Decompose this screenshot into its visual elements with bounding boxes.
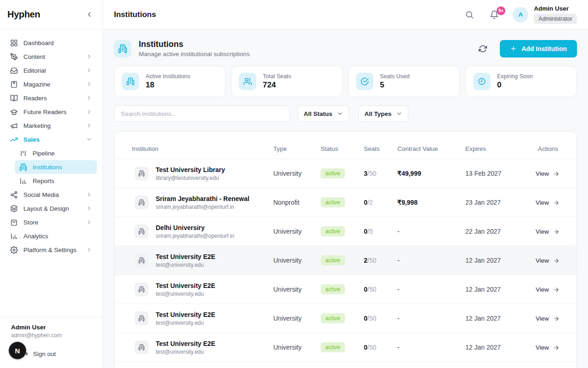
seats-total: /50 — [368, 344, 376, 351]
chevron-right-icon — [86, 95, 92, 101]
sidebar-item-readers[interactable]: Readers — [6, 91, 97, 105]
view-button[interactable]: View — [536, 257, 560, 264]
contract-value-cell: ₹9,998 — [397, 199, 465, 206]
building-icon — [135, 196, 148, 209]
column-header-institution: Institution — [124, 145, 273, 152]
table-row[interactable]: Sriram Jeyabharathi - Renewalsriram.jeya… — [114, 188, 577, 217]
sidebar-item-analytics[interactable]: Analytics — [6, 229, 97, 243]
seats-cell: 0/2 — [364, 199, 397, 206]
type-filter-dropdown[interactable]: All Types — [358, 105, 408, 122]
search-institutions-box[interactable] — [114, 105, 290, 122]
view-button[interactable]: View — [536, 286, 560, 293]
sidebar-item-institutions[interactable]: Institutions — [15, 160, 97, 174]
seats-total: /2 — [368, 199, 373, 206]
content-area: Institutions Manage active institutional… — [103, 29, 588, 368]
type-cell: University — [273, 286, 321, 293]
expires-cell: 12 Jan 2027 — [465, 344, 536, 351]
sidebar-item-label: Pipeline — [33, 150, 55, 157]
arrow-right-icon — [553, 171, 560, 177]
view-button[interactable]: View — [536, 344, 560, 351]
sidebar-item-platform-settings[interactable]: Platform & Settings — [6, 243, 97, 257]
sidebar-item-magazine[interactable]: Magazine — [6, 77, 97, 91]
chevron-down-icon — [86, 136, 92, 143]
institution-cell: Test University E2Etest@university.edu — [124, 282, 273, 297]
status-badge: active — [321, 226, 345, 236]
status-cell: active — [321, 226, 364, 236]
avatar[interactable]: A — [513, 7, 528, 23]
sidebar-user-name: Admin User — [11, 324, 95, 331]
institution-email: sriram.jeyabharathi@openturf.in — [156, 204, 249, 210]
sidebar: Hyphen DashboardContentEditorialMagazine… — [0, 0, 103, 368]
table-row[interactable]: Test University Librarylibrary@testunive… — [114, 159, 577, 188]
page-header: Institutions Manage active institutional… — [114, 40, 577, 58]
notifications-button[interactable]: 9+ — [487, 7, 502, 22]
nextjs-dev-badge[interactable]: N — [9, 342, 26, 359]
sidebar-item-editorial[interactable]: Editorial — [6, 63, 97, 77]
search-button[interactable] — [462, 7, 477, 22]
table-row[interactable]: Test University E2Etest@university.eduUn… — [114, 362, 577, 368]
institution-name: Sriram Jeyabharathi - Renewal — [156, 195, 249, 202]
sidebar-item-future-readers[interactable]: Future Readers — [6, 105, 97, 119]
expires-cell: 13 Feb 2027 — [465, 170, 536, 177]
seats-cell: 2/50 — [364, 257, 397, 264]
view-label: View — [536, 228, 549, 235]
share-icon — [10, 191, 18, 199]
topbar: Institutions 9+ A Admin User Administrat… — [103, 0, 588, 29]
sidebar-item-dashboard[interactable]: Dashboard — [6, 36, 97, 50]
sidebar-item-label: Sales — [23, 136, 40, 143]
actions-cell: View — [536, 228, 569, 235]
view-button[interactable]: View — [536, 315, 560, 322]
sidebar-item-reports[interactable]: Reports — [15, 174, 97, 188]
expires-cell: 23 Jan 2027 — [465, 199, 536, 206]
pen-icon — [10, 53, 18, 61]
sidebar-item-label: Store — [23, 219, 38, 226]
table-row[interactable]: Test University E2Etest@university.eduUn… — [114, 333, 577, 362]
table-header-row: InstitutionTypeStatusSeatsContract Value… — [114, 139, 577, 159]
status-badge: active — [321, 197, 345, 207]
sidebar-item-layout-design[interactable]: Layout & Design — [6, 201, 97, 215]
sidebar-item-sales[interactable]: Sales — [6, 132, 97, 146]
chevron-right-icon — [86, 109, 92, 115]
sidebar-item-pipeline[interactable]: Pipeline — [15, 146, 97, 160]
view-button[interactable]: View — [536, 199, 560, 206]
view-label: View — [536, 199, 549, 206]
table-row[interactable]: Test University E2Etest@university.eduUn… — [114, 275, 577, 304]
book-icon — [10, 80, 18, 88]
page-header-left: Institutions Manage active institutional… — [114, 40, 250, 58]
status-badge: active — [321, 255, 345, 265]
seats-used: 0 — [364, 228, 368, 235]
status-cell: active — [321, 168, 364, 178]
expires-cell: 12 Jan 2027 — [465, 315, 536, 322]
table-row[interactable]: Delhi Universirysriram.jeyabharathi@open… — [114, 217, 577, 246]
status-filter-dropdown[interactable]: All Status — [298, 105, 349, 122]
sidebar-collapse-button[interactable] — [84, 9, 95, 20]
stat-label: Expiring Soon — [497, 73, 533, 80]
refresh-button[interactable] — [477, 43, 489, 55]
building-icon — [135, 253, 148, 267]
sidebar-item-content[interactable]: Content — [6, 50, 97, 63]
view-button[interactable]: View — [536, 228, 560, 235]
seats-used: 2 — [364, 257, 368, 264]
seats-cell: 3/50 — [364, 170, 397, 177]
seats-used: 3 — [364, 170, 368, 177]
sidebar-item-store[interactable]: Store — [6, 215, 97, 229]
seats-used: 0 — [364, 344, 368, 351]
search-institutions-input[interactable] — [121, 110, 283, 117]
add-institution-button[interactable]: Add Institution — [500, 40, 577, 58]
table-row[interactable]: Test University E2Etest@university.eduUn… — [114, 246, 577, 275]
building-icon — [135, 167, 148, 180]
chevron-right-icon — [86, 247, 92, 253]
table-row[interactable]: Test University E2Etest@university.eduUn… — [114, 304, 577, 333]
view-button[interactable]: View — [536, 170, 560, 177]
sidebar-nav: DashboardContentEditorialMagazineReaders… — [0, 29, 102, 257]
stat-card-seats-used: Seats Used5 — [348, 66, 460, 97]
actions-cell: View — [536, 286, 569, 293]
seats-total: /50 — [368, 286, 376, 293]
institution-email: test@university.edu — [156, 262, 215, 268]
notification-count-badge: 9+ — [497, 6, 505, 15]
institution-name: Test University E2E — [156, 340, 215, 347]
building-icon — [135, 282, 148, 296]
sidebar-item-marketing[interactable]: Marketing — [6, 119, 97, 132]
seats-cell: 0/50 — [364, 315, 397, 322]
sidebar-item-social-media[interactable]: Social Media — [6, 188, 97, 201]
